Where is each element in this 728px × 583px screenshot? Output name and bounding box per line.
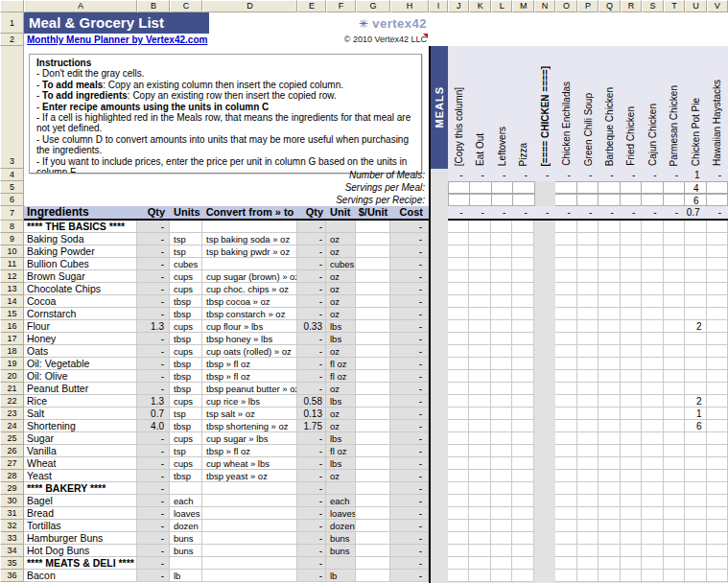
meal-qty-cell[interactable]	[642, 358, 663, 370]
meal-qty-cell[interactable]	[469, 395, 490, 408]
cost-cell[interactable]: -	[390, 283, 429, 295]
meal-qty-cell[interactable]	[621, 507, 642, 520]
converted-unit-cell[interactable]: fl oz	[326, 445, 356, 457]
meal-qty-cell[interactable]	[642, 482, 663, 495]
meal-qty-cell[interactable]	[599, 233, 620, 245]
qty-cell[interactable]: -	[137, 495, 170, 507]
converted-qty-cell[interactable]: -	[297, 245, 326, 258]
servings-per-meal-cell[interactable]	[664, 181, 685, 194]
meal-qty-cell[interactable]	[685, 345, 706, 358]
meal-qty-cell[interactable]	[555, 395, 576, 408]
meal-qty-cell[interactable]	[599, 370, 620, 383]
servings-ratio-cell[interactable]: -	[534, 206, 555, 219]
row-header-25[interactable]: 25	[0, 432, 24, 445]
header-ingredients[interactable]: Ingredients	[24, 206, 137, 219]
meal-qty-cell[interactable]	[642, 283, 663, 295]
column-header-f[interactable]: F	[326, 0, 356, 12]
meal-qty-cell[interactable]	[577, 482, 599, 495]
meal-qty-cell[interactable]	[577, 432, 599, 445]
convert-cell[interactable]: cup flour » lbs	[202, 320, 297, 333]
ingredient-name-cell[interactable]: Bagel	[24, 495, 137, 507]
row-header-27[interactable]: 27	[0, 457, 24, 470]
meal-qty-cell[interactable]	[555, 570, 576, 582]
meal-qty-cell[interactable]	[599, 495, 620, 507]
meal-qty-cell[interactable]	[707, 270, 728, 283]
meal-qty-cell[interactable]	[491, 383, 512, 395]
meal-qty-cell[interactable]	[685, 233, 706, 245]
meal-qty-cell[interactable]	[469, 545, 490, 557]
meal-qty-cell[interactable]	[512, 420, 533, 432]
meal-qty-cell[interactable]	[577, 258, 599, 270]
meal-qty-cell[interactable]	[707, 258, 728, 270]
meal-qty-cell[interactable]	[534, 557, 555, 570]
converted-qty-cell[interactable]: -	[297, 295, 326, 308]
qty-cell[interactable]: -	[137, 507, 170, 520]
meal-column-header[interactable]: Pizza	[512, 46, 533, 169]
meal-qty-cell[interactable]	[707, 532, 728, 545]
servings-per-recipe-cell[interactable]: 6	[685, 194, 706, 206]
meal-qty-cell[interactable]	[448, 258, 469, 270]
meal-qty-cell[interactable]	[599, 333, 620, 345]
column-header-v[interactable]: V	[707, 0, 728, 12]
instructions-box[interactable]: Instructions - Don't edit the gray cells…	[29, 54, 422, 174]
converted-unit-cell[interactable]: oz	[326, 345, 356, 358]
meal-qty-cell[interactable]	[555, 457, 576, 470]
row-header-29[interactable]: 29	[0, 482, 24, 495]
meal-qty-cell[interactable]	[491, 420, 512, 432]
meal-qty-cell[interactable]	[448, 383, 469, 395]
meal-qty-cell[interactable]	[621, 495, 642, 507]
servings-ratio-cell[interactable]: -	[491, 206, 512, 219]
converted-qty-cell[interactable]: -	[297, 283, 326, 295]
converted-qty-cell[interactable]: -	[297, 557, 326, 570]
num-meals-cell[interactable]: -	[469, 169, 490, 181]
num-meals-cell[interactable]: -	[707, 169, 728, 181]
meal-qty-cell[interactable]	[491, 233, 512, 245]
meal-qty-cell[interactable]	[512, 470, 533, 482]
cost-cell[interactable]: -	[390, 333, 429, 345]
meal-qty-cell[interactable]	[469, 283, 490, 295]
qty-cell[interactable]: -	[137, 221, 170, 233]
qty-cell[interactable]: -	[137, 333, 170, 345]
meal-qty-cell[interactable]	[448, 432, 469, 445]
meal-qty-cell[interactable]	[664, 557, 685, 570]
servings-per-meal-cell[interactable]	[577, 181, 599, 194]
meal-qty-cell[interactable]	[599, 570, 620, 582]
convert-cell[interactable]	[202, 557, 297, 570]
meal-qty-cell[interactable]	[512, 395, 533, 408]
meal-column-header[interactable]: Fried Chicken	[621, 46, 642, 169]
meal-qty-cell[interactable]	[577, 532, 599, 545]
servings-ratio-cell[interactable]: -	[469, 206, 490, 219]
servings-per-meal-cell[interactable]	[470, 181, 491, 194]
qty-cell[interactable]: -	[137, 532, 170, 545]
column-header-g[interactable]: G	[356, 0, 390, 12]
meal-qty-cell[interactable]	[469, 420, 490, 432]
servings-per-recipe-cell[interactable]	[642, 194, 663, 206]
meal-qty-cell[interactable]	[685, 245, 706, 258]
units-cell[interactable]: tbsp	[170, 383, 202, 395]
num-meals-cell[interactable]: -	[599, 169, 620, 181]
servings-per-meal-cell[interactable]	[707, 181, 728, 194]
cost-cell[interactable]: -	[390, 457, 429, 470]
converted-unit-cell[interactable]: fl oz	[326, 358, 356, 370]
meal-qty-cell[interactable]	[685, 432, 706, 445]
meal-qty-cell[interactable]	[664, 495, 685, 507]
meal-qty-cell[interactable]	[534, 333, 555, 345]
price-per-unit-cell[interactable]	[356, 333, 390, 345]
cost-cell[interactable]: -	[390, 295, 429, 308]
meal-qty-cell[interactable]	[534, 445, 555, 457]
meal-qty-cell[interactable]	[491, 283, 512, 295]
meal-column-header[interactable]: Chicken Enchiladas	[555, 46, 576, 169]
meal-qty-cell[interactable]	[577, 320, 599, 333]
meal-qty-cell[interactable]	[448, 295, 469, 308]
meal-qty-cell[interactable]	[664, 221, 685, 233]
cost-cell[interactable]: -	[390, 570, 429, 582]
meal-qty-cell[interactable]	[642, 320, 663, 333]
header-units[interactable]: Units	[170, 206, 202, 219]
qty-cell[interactable]: -	[137, 545, 170, 557]
ingredient-name-cell[interactable]: Bacon	[24, 570, 137, 582]
qty-cell[interactable]: -	[137, 308, 170, 320]
meal-qty-cell[interactable]	[512, 370, 533, 383]
meal-qty-cell[interactable]	[707, 283, 728, 295]
num-meals-cell[interactable]: -	[534, 169, 555, 181]
servings-per-meal-cell[interactable]	[492, 181, 513, 194]
